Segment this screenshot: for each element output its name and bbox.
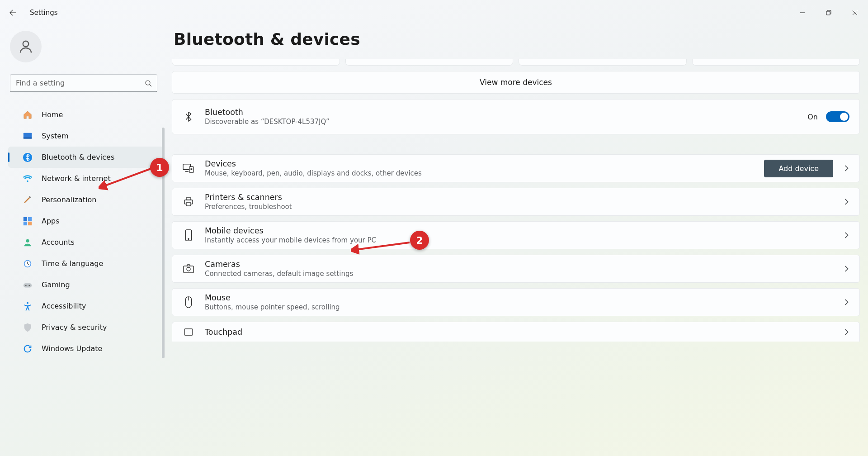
sidebar-item-gaming[interactable]: Gaming xyxy=(8,274,164,295)
svg-point-2 xyxy=(23,41,29,47)
printer-icon xyxy=(182,197,195,207)
sidebar-item-label: Gaming xyxy=(42,280,70,289)
paired-device-card[interactable] xyxy=(692,59,860,66)
bluetooth-subtitle: Discoverable as “DESKTOP-4L537JQ” xyxy=(205,118,807,126)
svg-point-3 xyxy=(146,81,150,85)
annotation-badge-1: 1 xyxy=(150,158,169,177)
camera-icon xyxy=(182,264,195,273)
accessibility-icon xyxy=(23,301,33,311)
paintbrush-icon xyxy=(23,195,33,205)
cameras-row[interactable]: Cameras Connected cameras, default image… xyxy=(172,255,860,283)
sidebar-item-label: Privacy & security xyxy=(42,323,107,332)
sidebar-item-update[interactable]: Windows Update xyxy=(8,338,164,359)
card-title: Devices xyxy=(205,159,764,168)
card-title: Cameras xyxy=(205,260,833,269)
back-button[interactable] xyxy=(4,3,23,22)
annotation-badge-2: 2 xyxy=(410,231,429,250)
update-icon xyxy=(23,344,33,354)
svg-rect-1 xyxy=(826,11,830,15)
mouse-icon xyxy=(182,296,195,308)
apps-icon xyxy=(23,216,33,226)
sidebar-item-time[interactable]: Time & language xyxy=(8,253,164,274)
annotation-arrow-2 xyxy=(351,239,414,255)
restore-button[interactable] xyxy=(816,5,842,21)
svg-rect-22 xyxy=(186,198,191,200)
card-subtitle: Connected cameras, default image setting… xyxy=(205,270,833,278)
titlebar: Settings xyxy=(0,0,868,25)
devices-icon xyxy=(182,163,195,173)
svg-point-27 xyxy=(187,267,190,271)
card-title: Mobile devices xyxy=(205,226,833,235)
sidebar-item-label: Apps xyxy=(42,217,60,225)
wifi-icon xyxy=(23,174,33,184)
paired-device-card[interactable] xyxy=(345,59,514,66)
svg-point-18 xyxy=(27,302,28,304)
card-subtitle: Preferences, troubleshoot xyxy=(205,203,833,211)
sidebar-item-label: Bluetooth & devices xyxy=(42,153,114,162)
devices-row[interactable]: Devices Mouse, keyboard, pen, audio, dis… xyxy=(172,154,860,182)
sidebar-item-label: Personalization xyxy=(42,195,96,204)
add-device-button[interactable]: Add device xyxy=(764,160,833,177)
view-more-devices[interactable]: View more devices xyxy=(172,71,860,94)
chevron-right-icon xyxy=(843,165,849,171)
close-button[interactable] xyxy=(842,5,868,21)
svg-rect-15 xyxy=(24,283,32,287)
paired-device-card[interactable] xyxy=(172,59,340,66)
card-title: Mouse xyxy=(205,293,833,302)
sidebar-item-privacy[interactable]: Privacy & security xyxy=(8,317,164,338)
sidebar-item-label: Home xyxy=(42,110,63,119)
toggle-state-label: On xyxy=(807,113,818,121)
search-input[interactable] xyxy=(10,74,157,92)
sidebar-item-accounts[interactable]: Accounts xyxy=(8,232,164,253)
bluetooth-title: Bluetooth xyxy=(205,108,807,117)
clock-icon xyxy=(23,259,33,269)
svg-rect-11 xyxy=(28,221,32,225)
card-title: Touchpad xyxy=(205,328,833,337)
home-icon xyxy=(23,110,33,120)
system-icon xyxy=(23,131,33,141)
main-content: Bluetooth & devices View more devices Bl… xyxy=(172,26,860,456)
sidebar-item-home[interactable]: Home xyxy=(8,104,164,125)
window-controls xyxy=(789,5,868,21)
sidebar-item-accessibility[interactable]: Accessibility xyxy=(8,295,164,317)
svg-point-12 xyxy=(26,239,29,242)
svg-line-30 xyxy=(103,168,152,186)
mouse-row[interactable]: Mouse Buttons, mouse pointer speed, scro… xyxy=(172,288,860,316)
bluetooth-toggle-row: Bluetooth Discoverable as “DESKTOP-4L537… xyxy=(172,99,860,134)
svg-rect-29 xyxy=(184,328,193,335)
svg-point-17 xyxy=(28,285,30,286)
mobile-devices-row[interactable]: Mobile devices Instantly access your mob… xyxy=(172,221,860,249)
sidebar-item-label: Accounts xyxy=(42,238,75,247)
sidebar-item-personalization[interactable]: Personalization xyxy=(8,189,164,210)
nav-list: Home System Bluetooth & devices Network … xyxy=(0,104,165,359)
svg-rect-23 xyxy=(186,203,191,206)
svg-rect-9 xyxy=(28,217,32,220)
chevron-right-icon xyxy=(843,199,849,205)
page-title: Bluetooth & devices xyxy=(174,30,860,48)
paired-device-card[interactable] xyxy=(519,59,687,66)
minimize-button[interactable] xyxy=(789,5,816,21)
card-subtitle: Instantly access your mobile devices fro… xyxy=(205,236,833,244)
card-title: Printers & scanners xyxy=(205,193,833,202)
svg-rect-10 xyxy=(24,221,27,225)
card-subtitle: Buttons, mouse pointer speed, scrolling xyxy=(205,303,833,311)
window-title: Settings xyxy=(26,9,58,17)
svg-line-31 xyxy=(355,242,410,250)
avatar[interactable] xyxy=(10,31,42,62)
chevron-right-icon xyxy=(843,329,849,335)
bluetooth-toggle[interactable] xyxy=(826,111,849,122)
gaming-icon xyxy=(23,280,33,290)
sidebar-item-label: Windows Update xyxy=(42,344,102,353)
svg-rect-5 xyxy=(24,137,32,138)
sidebar-item-system[interactable]: System xyxy=(8,125,164,147)
touchpad-row[interactable]: Touchpad xyxy=(172,322,860,342)
svg-point-25 xyxy=(188,238,189,239)
printers-row[interactable]: Printers & scanners Preferences, trouble… xyxy=(172,188,860,216)
annotation-arrow-1 xyxy=(99,164,157,191)
svg-point-16 xyxy=(25,285,27,286)
sidebar-item-label: Time & language xyxy=(42,259,103,268)
chevron-right-icon xyxy=(843,232,849,238)
sidebar-item-apps[interactable]: Apps xyxy=(8,210,164,232)
sidebar-item-label: Accessibility xyxy=(42,302,86,310)
mobile-icon xyxy=(182,229,195,241)
